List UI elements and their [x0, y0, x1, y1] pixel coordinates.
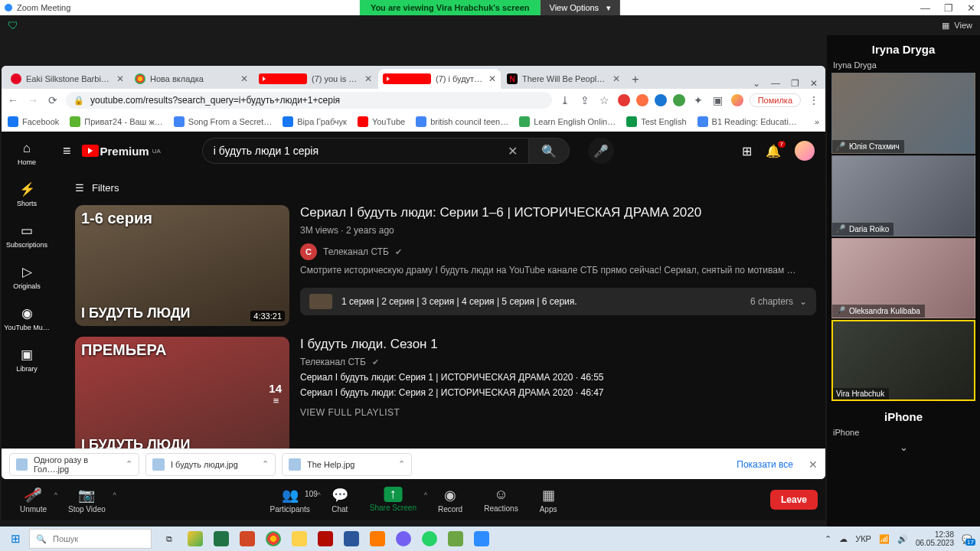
- chevron-up-icon[interactable]: ⌃: [398, 459, 405, 469]
- playlist-ep[interactable]: Сериал І будуть люди: Серия 1 | ИСТОРИЧЕ…: [300, 372, 816, 383]
- taskbar-chrome[interactable]: [262, 528, 285, 549]
- tray-chevron-icon[interactable]: ⌃: [825, 534, 831, 544]
- taskbar-app-green[interactable]: [444, 528, 467, 549]
- task-view-icon[interactable]: ⧉: [158, 528, 181, 549]
- playlist-ep[interactable]: Сериал І будуть люди: Серия 2 | ИСТОРИЧЕ…: [300, 387, 816, 398]
- adblock-icon[interactable]: [618, 94, 630, 106]
- bookmark-item[interactable]: B1 Reading: Educati…: [697, 116, 797, 127]
- participants-button[interactable]: 👥Participants109^: [260, 487, 321, 514]
- yt-side-music[interactable]: ◉YouTube Mu…: [4, 299, 50, 337]
- search-result-playlist[interactable]: ПРЕМЬЕРА І БУДУТЬ ЛЮДИ 14≡ І будуть люди…: [75, 337, 816, 448]
- new-tab-button[interactable]: +: [626, 70, 645, 89]
- show-all-downloads[interactable]: Показати все: [737, 459, 793, 470]
- channel-link[interactable]: Телеканал СТБ ✔: [300, 357, 816, 367]
- bookmark-item[interactable]: YouTube: [358, 116, 405, 127]
- grammarly-icon[interactable]: [673, 94, 685, 106]
- filters-button[interactable]: ☰ Filters: [52, 170, 825, 205]
- side-panel-icon[interactable]: ▣: [711, 94, 725, 106]
- bookmark-item[interactable]: Song From a Secret…: [174, 116, 272, 127]
- reactions-button[interactable]: ☺Reactions: [473, 487, 528, 514]
- tray-clock[interactable]: 12:38 06.05.2023: [916, 530, 954, 547]
- close-tab-icon[interactable]: ✕: [116, 73, 124, 84]
- channel-link[interactable]: C Телеканал СТБ ✔: [300, 243, 816, 260]
- minimize-icon[interactable]: —: [920, 2, 930, 14]
- close-tab-icon[interactable]: ✕: [240, 73, 248, 84]
- back-icon[interactable]: ←: [6, 94, 20, 106]
- bookmark-item[interactable]: Віра Грабчук: [283, 116, 347, 127]
- apps-button[interactable]: ▦Apps: [529, 487, 568, 514]
- close-shelf-icon[interactable]: ✕: [808, 458, 818, 471]
- bookmark-item[interactable]: Learn English Onlin…: [519, 116, 616, 127]
- bookmark-item[interactable]: Test English: [626, 116, 686, 127]
- create-icon[interactable]: ⊞: [742, 144, 752, 158]
- close-tab-icon[interactable]: ✕: [488, 73, 496, 84]
- tab-youtube-active[interactable]: (7) і будуть люди 1 сері✕: [378, 69, 501, 89]
- taskbar-viber[interactable]: [392, 528, 415, 549]
- bookmark-item[interactable]: Приват24 - Ваш ж…: [70, 116, 163, 127]
- clear-search-icon[interactable]: ✕: [508, 144, 518, 158]
- forward-icon[interactable]: →: [26, 94, 40, 106]
- download-item[interactable]: І будуть люди.jpg⌃: [145, 453, 276, 476]
- chrome-chevron-down-icon[interactable]: ⌄: [753, 78, 760, 89]
- share-icon[interactable]: ⇪: [578, 94, 592, 106]
- youtube-search-input[interactable]: і будуть люди 1 серія ✕: [202, 138, 528, 164]
- url-input[interactable]: 🔒 youtube.com/results?search_query=і+буд…: [66, 92, 552, 109]
- participant-tile[interactable]: 🎤Oleksandra Kulibaba: [831, 238, 975, 319]
- tab-netflix[interactable]: NThere Will Be People - Ne✕: [502, 69, 625, 89]
- taskbar-acrobat[interactable]: [314, 528, 337, 549]
- view-full-playlist[interactable]: VIEW FULL PLAYLIST: [300, 407, 816, 418]
- taskbar-word[interactable]: [340, 528, 363, 549]
- install-icon[interactable]: ⤓: [558, 94, 572, 106]
- stop-video-button[interactable]: 📷Stop Video^: [57, 487, 116, 514]
- chevron-up-icon[interactable]: ⌃: [262, 459, 269, 469]
- panel-collapse-icon[interactable]: ⌄: [831, 440, 975, 454]
- yt-side-subs[interactable]: ▭Subscriptions: [4, 217, 50, 255]
- taskbar-powerpoint[interactable]: [236, 528, 259, 549]
- chrome-minimize-icon[interactable]: —: [771, 78, 780, 89]
- close-icon[interactable]: ✕: [967, 2, 975, 14]
- tray-cloud-icon[interactable]: ☁: [839, 534, 848, 544]
- close-tab-icon[interactable]: ✕: [612, 73, 620, 84]
- tray-lang[interactable]: УКР: [855, 534, 871, 543]
- start-button[interactable]: ⊞: [3, 528, 28, 549]
- chat-button[interactable]: 💬Chat: [321, 487, 359, 514]
- record-button[interactable]: ◉Record: [427, 487, 473, 514]
- youtube-search-button[interactable]: 🔍: [528, 138, 570, 164]
- windows-search-input[interactable]: 🔍 Пошук: [29, 529, 152, 549]
- hamburger-icon[interactable]: ≡: [63, 143, 71, 159]
- video-title[interactable]: Сериал І будуть люди: Серии 1–6 | ИСТОРИ…: [300, 205, 816, 220]
- tab-pinterest[interactable]: Eaki Silkstone Barbie Fash✕: [6, 69, 129, 89]
- account-avatar[interactable]: [795, 141, 815, 161]
- taskbar-excel[interactable]: [210, 528, 233, 549]
- star-icon[interactable]: ☆: [598, 94, 612, 106]
- participant-tile[interactable]: 🎤Daria Roiko: [831, 155, 975, 236]
- participant-tile-speaking[interactable]: Vira Hrabchuk: [831, 320, 975, 401]
- tab-youtube-1[interactable]: (7) you is kind, you is sm✕: [254, 69, 377, 89]
- error-button[interactable]: Помилка: [750, 93, 801, 107]
- taskbar-app[interactable]: [184, 528, 207, 549]
- playlist-title[interactable]: І будуть люди. Сезон 1: [300, 337, 816, 352]
- download-item[interactable]: The Help.jpg⌃: [282, 453, 412, 476]
- notifications-icon[interactable]: 🔔7: [766, 144, 781, 158]
- bookmark-item[interactable]: british council teen…: [416, 116, 508, 127]
- bookmark-overflow-icon[interactable]: »: [815, 117, 819, 126]
- chevron-up-icon[interactable]: ⌃: [126, 459, 132, 469]
- tab-new[interactable]: Нова вкладка✕: [130, 69, 253, 89]
- extensions-icon[interactable]: ✦: [691, 94, 705, 106]
- close-tab-icon[interactable]: ✕: [364, 73, 372, 84]
- tray-notifications-icon[interactable]: 💬17: [962, 534, 972, 544]
- yt-side-originals[interactable]: ▷Originals: [4, 258, 50, 296]
- playlist-thumbnail[interactable]: ПРЕМЬЕРА І БУДУТЬ ЛЮДИ 14≡: [75, 337, 289, 448]
- tray-volume-icon[interactable]: 🔊: [897, 534, 908, 544]
- voice-search-button[interactable]: 🎤: [588, 138, 614, 164]
- ext-icon-1[interactable]: [636, 94, 648, 106]
- yt-side-shorts[interactable]: ⚡Shorts: [4, 175, 50, 214]
- taskbar-zoom[interactable]: [470, 528, 493, 549]
- chrome-menu-icon[interactable]: ⋮: [807, 94, 821, 106]
- chapters-bar[interactable]: 1 серия | 2 серия | 3 серия | 4 серия | …: [300, 288, 816, 315]
- tray-wifi-icon[interactable]: 📶: [879, 534, 890, 544]
- gallery-view-icon[interactable]: ▦: [942, 21, 949, 31]
- participant-tile[interactable]: 🎤Юлія Стахмич: [831, 73, 975, 154]
- share-screen-button[interactable]: ↑Share Screen^: [359, 487, 427, 514]
- yt-side-library[interactable]: ▣Library: [4, 341, 50, 379]
